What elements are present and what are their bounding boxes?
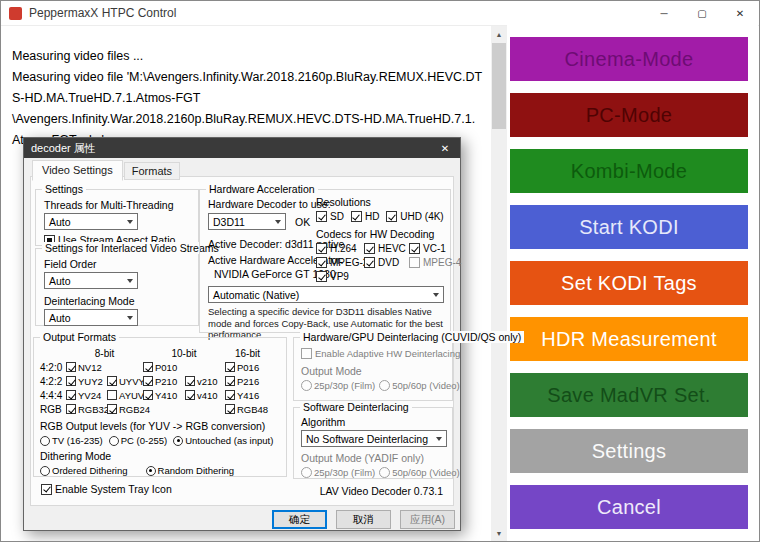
dialog-title: decoder 属性: [31, 141, 96, 156]
decoder-version-text: LAV Video Decoder 0.73.1: [320, 485, 443, 497]
log-scrollbar[interactable]: ▲ ▼: [491, 26, 507, 542]
group-title: Hardware/GPU Deinterlacing (CUVID/QS onl…: [300, 331, 524, 343]
radio-ordered-dithering[interactable]: Ordered Dithering: [40, 465, 128, 476]
radio-icon: [379, 467, 390, 478]
start-kodi-button[interactable]: Start KODI: [510, 205, 748, 249]
dithering-options: Ordered Dithering Random Dithering: [40, 465, 286, 476]
checkbox-icon: [143, 362, 153, 372]
maximize-button[interactable]: ▢: [683, 2, 721, 25]
radio-pc-levels[interactable]: PC (0-255): [109, 435, 167, 446]
checkbox-hd[interactable]: HD: [351, 211, 379, 222]
checkbox-uyvy[interactable]: UYVY: [107, 376, 143, 387]
checkbox-label: Y416: [237, 390, 259, 401]
deinterlacing-mode-select[interactable]: Auto: [44, 309, 138, 326]
field-order-select[interactable]: Auto: [44, 272, 138, 289]
radio-untouched-levels[interactable]: Untouched (as input): [173, 435, 273, 446]
checkbox-vp9[interactable]: VP9: [316, 271, 364, 282]
checkbox-h264[interactable]: H.264: [316, 243, 364, 254]
checkbox-rgb32[interactable]: RGB32: [66, 404, 107, 415]
column-header-8bit: 8-bit: [66, 348, 143, 359]
group-settings: Settings Threads for Multi-Threading Aut…: [35, 189, 199, 246]
tab-video-settings[interactable]: Video Settings: [32, 160, 123, 181]
checkbox-yv24[interactable]: YV24: [66, 390, 107, 401]
checkbox-dvd[interactable]: DVD: [364, 257, 409, 268]
save-madvr-button[interactable]: Save MadVR Set.: [510, 373, 748, 417]
checkbox-rgb48[interactable]: RGB48: [225, 404, 270, 415]
radio-label: 25p/30p (Film): [314, 380, 375, 391]
threads-value: Auto: [49, 216, 71, 228]
hw-decoder-select[interactable]: D3D11: [208, 213, 286, 230]
sw-output-mode-label: Output Mode (YADIF only): [301, 452, 445, 464]
checkbox-vc1[interactable]: VC-1: [409, 243, 450, 254]
scrollbar-thumb[interactable]: [492, 43, 506, 129]
tab-formats[interactable]: Formats: [124, 162, 180, 180]
checkbox-nv12[interactable]: NV12: [66, 362, 107, 373]
radio-hw-film: 25p/30p (Film): [301, 380, 375, 391]
dialog-cancel-button[interactable]: 取消: [336, 510, 391, 529]
checkbox-uhd-4k[interactable]: UHD (4K): [386, 211, 443, 222]
checkbox-icon: [185, 390, 195, 400]
ok-button[interactable]: 确定: [272, 510, 327, 529]
minimize-button[interactable]: ─: [645, 2, 683, 25]
checkbox-hevc[interactable]: HEVC: [364, 243, 409, 254]
app-window: PeppermaxX HTPC Control ─ ▢ ✕ Measuring …: [0, 0, 760, 542]
checkbox-icon: [364, 257, 375, 268]
checkbox-ayuv[interactable]: AYUV: [107, 390, 143, 401]
dialog-close-button[interactable]: ✕: [430, 138, 460, 158]
settings-button[interactable]: Settings: [510, 429, 748, 473]
checkbox-label: YV24: [78, 390, 101, 401]
cancel-button[interactable]: Cancel: [510, 485, 748, 529]
chevron-down-icon: [127, 316, 133, 320]
checkbox-v410[interactable]: v410: [185, 390, 225, 401]
close-button[interactable]: ✕: [721, 2, 759, 25]
hdr-measurement-button[interactable]: HDR Measurement: [510, 317, 748, 361]
checkbox-icon: [143, 376, 153, 386]
checkbox-p016[interactable]: P016: [225, 362, 270, 373]
checkbox-rgb24[interactable]: RGB24: [107, 404, 143, 415]
checkbox-sd[interactable]: SD: [316, 211, 344, 222]
radio-tv-levels[interactable]: TV (16-235): [40, 435, 103, 446]
scrollbar-up-icon[interactable]: ▲: [491, 27, 507, 42]
sidebar: Cinema-Mode PC-Mode Kombi-Mode Start KOD…: [507, 25, 758, 540]
checkbox-label: H.264: [330, 243, 357, 254]
checkbox-icon: [351, 211, 362, 222]
checkbox-p010[interactable]: P010: [143, 362, 185, 373]
chevron-down-icon: [436, 437, 442, 441]
pc-mode-button[interactable]: PC-Mode: [510, 93, 748, 137]
checkbox-label: UHD (4K): [400, 211, 443, 222]
checkbox-icon: [225, 404, 235, 414]
checkbox-v210[interactable]: v210: [185, 376, 225, 387]
checkbox-icon: [107, 404, 117, 414]
checkbox-label: Enable System Tray Icon: [55, 483, 172, 495]
cinema-mode-button[interactable]: Cinema-Mode: [510, 37, 748, 81]
group-title: Hardware Acceleration: [206, 183, 318, 195]
checkbox-y416[interactable]: Y416: [225, 390, 270, 401]
checkbox-label: P016: [237, 362, 259, 373]
radio-random-dithering[interactable]: Random Dithering: [146, 465, 235, 476]
algorithm-select[interactable]: No Software Deinterlacing: [301, 430, 447, 447]
threads-select[interactable]: Auto: [44, 213, 138, 230]
checkbox-label: RGB24: [119, 404, 150, 415]
group-output-formats: Output Formats 8-bit 10-bit 16-bit 4:2:0…: [33, 337, 287, 477]
checkbox-mpeg2[interactable]: MPEG-2: [316, 257, 364, 268]
kombi-mode-button[interactable]: Kombi-Mode: [510, 149, 748, 193]
hw-device-select[interactable]: Automatic (Native): [208, 286, 444, 303]
set-kodi-tags-button[interactable]: Set KODI Tags: [510, 261, 748, 305]
chevron-down-icon: [127, 279, 133, 283]
active-accelerator-label: Active Hardware Accelerator:: [208, 254, 318, 266]
enable-system-tray-checkbox[interactable]: Enable System Tray Icon: [41, 483, 172, 495]
checkbox-label: YUY2: [78, 376, 103, 387]
radio-sw-video: 50p/60p (Video): [379, 467, 459, 478]
row-label-422: 4:2:2: [40, 376, 66, 387]
checkbox-p216[interactable]: P216: [225, 376, 270, 387]
scrollbar-down-icon[interactable]: ▼: [491, 526, 507, 541]
checkbox-p210[interactable]: P210: [143, 376, 185, 387]
checkbox-y410[interactable]: Y410: [143, 390, 185, 401]
chevron-down-icon: [275, 220, 281, 224]
window-titlebar: PeppermaxX HTPC Control ─ ▢ ✕: [1, 1, 759, 26]
radio-icon: [40, 466, 50, 476]
hw-output-mode-label: Output Mode: [301, 365, 445, 377]
checkbox-label: MPEG-4: [423, 257, 461, 268]
algorithm-value: No Software Deinterlacing: [306, 433, 428, 445]
checkbox-yuy2[interactable]: YUY2: [66, 376, 107, 387]
